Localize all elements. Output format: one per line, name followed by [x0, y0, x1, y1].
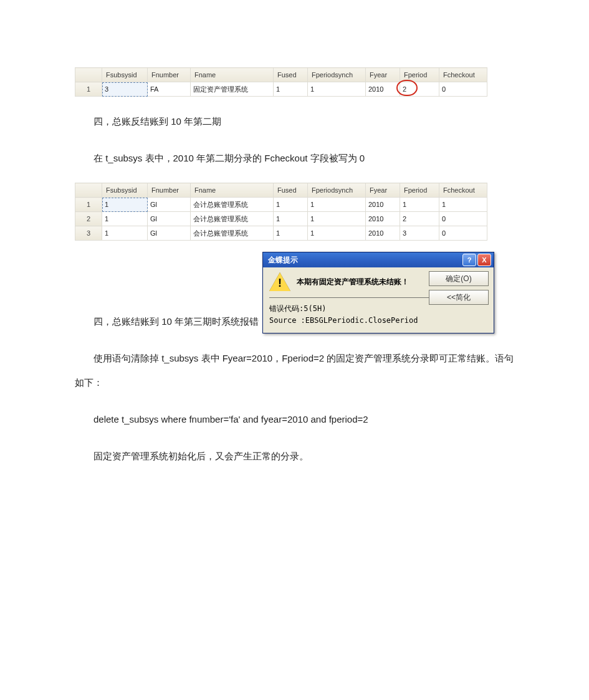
- column-header: Fnumber: [148, 183, 191, 198]
- cell: 3: [400, 226, 439, 241]
- row-number: 1: [75, 82, 102, 97]
- warning-icon: !: [269, 272, 290, 291]
- cell: 1: [308, 82, 366, 97]
- cell: 3: [102, 82, 148, 97]
- cell: 1: [308, 212, 366, 226]
- column-header: Fcheckout: [439, 68, 487, 82]
- cell: 2010: [366, 82, 400, 97]
- cell: 0: [439, 82, 487, 97]
- dialog-titlebar: 金蝶提示 ? X: [263, 252, 494, 267]
- cell: 2010: [366, 212, 400, 226]
- cell: 1: [274, 226, 308, 241]
- row-number: 2: [75, 212, 102, 226]
- column-header: Fcheckout: [439, 183, 487, 198]
- column-header: Fyear: [366, 183, 400, 198]
- paragraph-1: 四，总账反结账到 10 年第二期: [75, 109, 514, 133]
- cell: Gl: [148, 212, 191, 226]
- cell: 1: [308, 198, 366, 212]
- column-header: Fname: [191, 183, 274, 198]
- column-header: Fsubsysid: [102, 183, 148, 198]
- column-header: Fused: [274, 68, 308, 82]
- cell: 1: [102, 198, 148, 212]
- cell: 0: [439, 226, 487, 241]
- ok-button[interactable]: 确定(O): [429, 271, 489, 286]
- cell: 1: [102, 212, 148, 226]
- cell: 1: [274, 212, 308, 226]
- table-row: 13FA固定资产管理系统11201020: [75, 82, 487, 97]
- column-header: Fsubsysid: [102, 68, 148, 82]
- table-fa: FsubsysidFnumberFnameFusedFperiodsynchFy…: [75, 67, 487, 97]
- cell: 1: [400, 198, 439, 212]
- row-number: 1: [75, 198, 102, 212]
- paragraph-6: 固定资产管理系统初始化后，又会产生正常的分录。: [75, 444, 514, 468]
- cell: 1: [274, 198, 308, 212]
- error-source: Source :EBSGLPeriodic.ClosePeriod: [269, 315, 489, 327]
- highlight-circle: [396, 80, 418, 96]
- column-header: Fyear: [366, 68, 400, 82]
- dialog-title: 金蝶提示: [268, 255, 461, 266]
- cell: 1: [439, 198, 487, 212]
- cell: 2010: [366, 226, 400, 241]
- column-header: Fperiodsynch: [308, 183, 366, 198]
- cell: 会计总账管理系统: [191, 212, 274, 226]
- cell: 1: [102, 226, 148, 241]
- paragraph-4: 使用语句清除掉 t_subsys 表中 Fyear=2010，Fperiod=2…: [75, 346, 514, 395]
- column-header: Fnumber: [148, 68, 191, 82]
- detail-button[interactable]: <<简化: [429, 290, 489, 305]
- table-row: 21Gl会计总账管理系统11201020: [75, 212, 487, 226]
- cell: 2010: [366, 198, 400, 212]
- paragraph-sql: delete t_subsys where fnumber='fa' and f…: [75, 407, 514, 431]
- close-icon[interactable]: X: [477, 254, 491, 266]
- help-icon[interactable]: ?: [462, 254, 476, 266]
- rownum-header: [75, 68, 102, 82]
- cell: 0: [439, 212, 487, 226]
- column-header: Fname: [191, 68, 274, 82]
- row-number: 3: [75, 226, 102, 241]
- cell: 1: [274, 82, 308, 97]
- error-dialog: 金蝶提示 ? X 确定(O) <<简化 ! 本期有固定资产管理系统未结账！ 错误…: [262, 252, 494, 333]
- cell: Gl: [148, 198, 191, 212]
- cell: 2: [400, 212, 439, 226]
- cell: 固定资产管理系统: [191, 82, 274, 97]
- cell: 1: [308, 226, 366, 241]
- column-header: Fperiod: [400, 183, 439, 198]
- cell: FA: [148, 82, 191, 97]
- cell: 2: [400, 82, 439, 97]
- rownum-header: [75, 183, 102, 198]
- table-row: 11Gl会计总账管理系统11201011: [75, 198, 487, 212]
- column-header: Fused: [274, 183, 308, 198]
- paragraph-3: 四，总账结账到 10 年第三期时系统报错: [75, 309, 259, 333]
- cell: 会计总账管理系统: [191, 226, 274, 241]
- cell: 会计总账管理系统: [191, 198, 274, 212]
- column-header: Fperiodsynch: [308, 68, 366, 82]
- column-header: Fperiod: [400, 68, 439, 82]
- table-row: 31Gl会计总账管理系统11201030: [75, 226, 487, 241]
- paragraph-2: 在 t_subsys 表中，2010 年第二期分录的 Fcheckout 字段被…: [75, 146, 514, 170]
- table-gl: FsubsysidFnumberFnameFusedFperiodsynchFy…: [75, 183, 487, 241]
- cell: Gl: [148, 226, 191, 241]
